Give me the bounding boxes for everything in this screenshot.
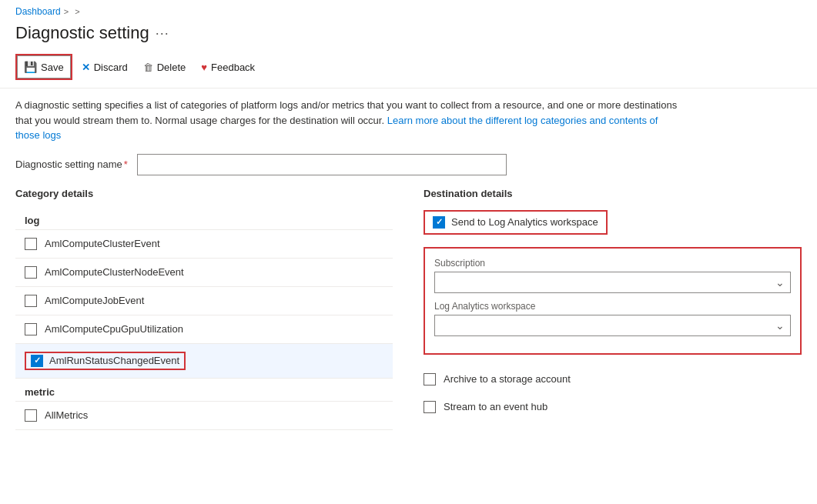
checkbox-stream[interactable]	[424, 401, 436, 413]
archive-label: Archive to a storage account	[444, 373, 571, 385]
feedback-label: Feedback	[211, 62, 255, 73]
list-item[interactable]: AllMetrics	[15, 402, 393, 429]
page-title-row: Diagnostic setting ···	[0, 20, 817, 49]
send-analytics-label: Send to Log Analytics workspace	[451, 216, 598, 228]
page-title-ellipsis[interactable]: ···	[156, 25, 169, 42]
send-analytics-box[interactable]: Send to Log Analytics workspace	[424, 210, 608, 235]
send-analytics-option: Send to Log Analytics workspace	[424, 210, 802, 241]
page-wrapper: Dashboard > > Diagnostic setting ··· 💾 S…	[0, 0, 817, 430]
form-area: Diagnostic setting name* Category detail…	[0, 151, 817, 430]
category-label-aml-compute-job-event: AmlComputeJobEvent	[45, 295, 144, 306]
list-item[interactable]: AmlComputeClusterNodeEvent	[15, 259, 393, 286]
workspace-label: Log Analytics workspace	[434, 301, 791, 312]
save-button-wrapper: 💾 Save	[15, 54, 72, 80]
workspace-select[interactable]	[434, 315, 791, 336]
diag-name-input[interactable]	[137, 154, 507, 175]
required-star: *	[124, 159, 128, 170]
checkbox-aml-cluster-node-event[interactable]	[25, 266, 37, 279]
diag-name-row: Diagnostic setting name*	[15, 154, 802, 175]
list-item[interactable]: AmlComputeJobEvent	[15, 287, 393, 315]
subscription-select-wrapper	[434, 272, 791, 293]
save-button[interactable]: 💾 Save	[17, 55, 71, 78]
category-label-aml-compute-cpu-gpu: AmlComputeCpuGpuUtilization	[45, 323, 183, 335]
checkbox-all-metrics[interactable]	[25, 409, 37, 422]
save-label: Save	[41, 62, 64, 73]
subscription-label: Subscription	[434, 258, 791, 269]
checkbox-aml-run-status[interactable]	[31, 355, 43, 367]
divider-7	[15, 429, 393, 430]
checkbox-aml-cluster-event[interactable]	[25, 238, 37, 250]
stream-option[interactable]: Stream to an event hub	[424, 393, 802, 421]
delete-button[interactable]: 🗑 Delete	[137, 55, 193, 78]
aml-run-status-highlight-box: AmlRunStatusChangedEvent	[25, 352, 186, 370]
feedback-icon: ♥	[201, 62, 207, 73]
toolbar: 💾 Save ✕ Discard 🗑 Delete ♥ Feedback	[0, 49, 817, 88]
discard-icon: ✕	[82, 62, 90, 73]
category-details-panel: Category details log AmlComputeClusterEv…	[15, 188, 408, 430]
discard-button[interactable]: ✕ Discard	[75, 55, 134, 78]
checkbox-aml-compute-cpu-gpu[interactable]	[25, 323, 37, 335]
delete-icon: 🗑	[143, 62, 153, 73]
stream-label: Stream to an event hub	[444, 401, 547, 412]
delete-label: Delete	[157, 62, 186, 73]
list-item[interactable]: AmlRunStatusChangedEvent	[15, 344, 393, 378]
discard-label: Discard	[94, 62, 128, 73]
workspace-field-group: Log Analytics workspace	[434, 301, 791, 336]
list-item[interactable]: AmlComputeCpuGpuUtilization	[15, 315, 393, 343]
category-label-aml-cluster-node-event: AmlComputeClusterNodeEvent	[45, 266, 184, 278]
diag-name-label: Diagnostic setting name*	[15, 159, 128, 170]
checkbox-send-analytics[interactable]	[433, 216, 445, 229]
breadcrumb-dashboard-link[interactable]: Dashboard	[15, 6, 61, 17]
breadcrumb-sep1: >	[64, 7, 69, 16]
subscription-field-group: Subscription	[434, 258, 791, 293]
destination-details-label: Destination details	[424, 188, 802, 199]
log-subsection-label: log	[15, 207, 393, 229]
breadcrumb: Dashboard > >	[0, 0, 817, 20]
checkbox-aml-compute-job-event[interactable]	[25, 295, 37, 307]
archive-option[interactable]: Archive to a storage account	[424, 365, 802, 393]
workspace-fields-box: Subscription Log Analytics workspace	[424, 247, 802, 355]
breadcrumb-sep2: >	[75, 7, 79, 16]
save-icon: 💾	[24, 61, 37, 73]
workspace-select-wrapper	[434, 315, 791, 336]
two-col-layout: Category details log AmlComputeClusterEv…	[15, 188, 802, 430]
list-item[interactable]: AmlComputeClusterEvent	[15, 230, 393, 258]
description: A diagnostic setting specifies a list of…	[0, 88, 693, 151]
category-label-aml-cluster-event: AmlComputeClusterEvent	[45, 238, 160, 249]
metric-subsection-label: metric	[15, 379, 393, 401]
page-title: Diagnostic setting	[15, 23, 149, 43]
destination-details-panel: Destination details Send to Log Analytic…	[408, 188, 802, 430]
category-details-label: Category details	[15, 188, 393, 199]
category-label-aml-run-status: AmlRunStatusChangedEvent	[49, 355, 179, 366]
feedback-button[interactable]: ♥ Feedback	[195, 55, 261, 78]
checkbox-archive[interactable]	[424, 373, 436, 386]
category-label-all-metrics: AllMetrics	[45, 409, 88, 421]
subscription-select[interactable]	[434, 272, 791, 293]
